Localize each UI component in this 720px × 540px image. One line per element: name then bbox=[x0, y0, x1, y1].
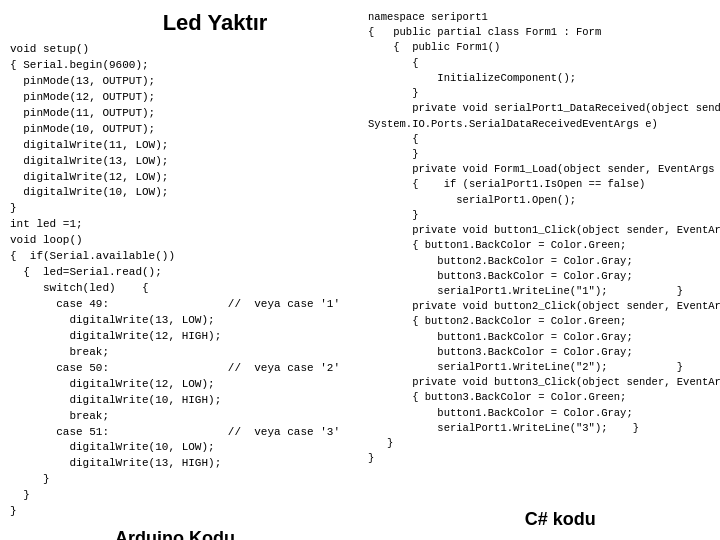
csharp-code: namespace seriport1 { public partial cla… bbox=[368, 10, 720, 501]
right-panel: namespace seriport1 { public partial cla… bbox=[368, 10, 720, 530]
left-panel: Led Yaktır void setup() { Serial.begin(9… bbox=[10, 10, 340, 530]
arduino-code: void setup() { Serial.begin(9600); pinMo… bbox=[10, 42, 340, 520]
page-title: Led Yaktır bbox=[90, 10, 340, 36]
main-container: Led Yaktır void setup() { Serial.begin(9… bbox=[0, 0, 720, 540]
csharp-label: C# kodu bbox=[368, 509, 720, 530]
arduino-label: Arduino Kodu bbox=[10, 528, 340, 540]
